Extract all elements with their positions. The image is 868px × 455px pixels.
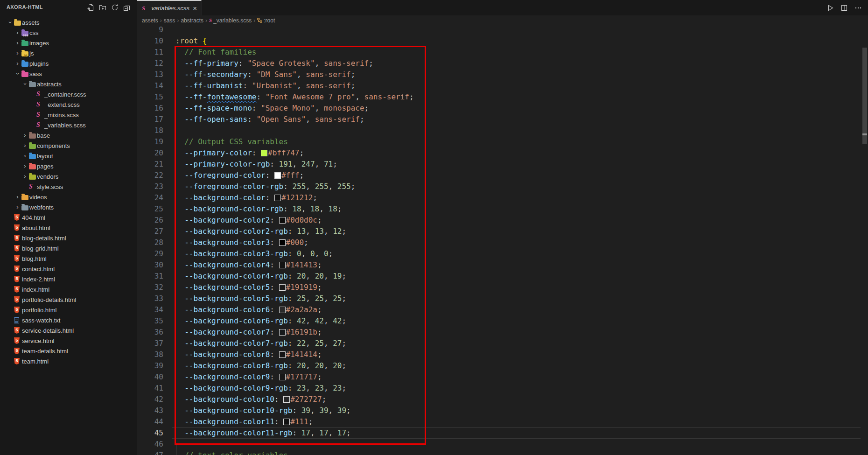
code-line-32[interactable]: 32 --background-color5: #191919; [137, 282, 868, 293]
chevron-right-icon[interactable]: › [21, 161, 29, 171]
tree-item--container-scss[interactable]: S_container.scss [0, 89, 137, 99]
chevron-right-icon[interactable]: › [14, 28, 21, 38]
code-line-18[interactable]: 18 [137, 125, 868, 136]
tree-item-components[interactable]: ›components [0, 140, 137, 151]
tree-item-css[interactable]: ›csscss [0, 28, 137, 38]
split-editor-icon[interactable] [839, 3, 849, 13]
chevron-right-icon[interactable]: › [14, 58, 21, 69]
chevron-right-icon[interactable]: › [21, 140, 29, 151]
line-number[interactable]: 34 [137, 304, 163, 315]
tree-item-about-html[interactable]: about.html [0, 223, 137, 233]
new-file-icon[interactable] [85, 2, 96, 13]
code-line-38[interactable]: 38 --background-color8: #141414; [137, 349, 868, 360]
tree-item-assets[interactable]: ›assets [0, 17, 137, 28]
code-line-11[interactable]: 11 // Font families [137, 47, 868, 58]
color-swatch[interactable] [279, 262, 286, 268]
tab-variables-scss[interactable]: S _variables.scss × [137, 0, 202, 15]
color-swatch[interactable] [279, 239, 286, 246]
code-line-21[interactable]: 21 --primary-color-rgb: 191, 247, 71; [137, 159, 868, 170]
line-number[interactable]: 13 [137, 69, 163, 80]
line-number[interactable]: 16 [137, 103, 163, 114]
code-line-26[interactable]: 26 --background-color2: #0d0d0c; [137, 215, 868, 226]
line-number[interactable]: 35 [137, 315, 163, 327]
tree-item-service-html[interactable]: service.html [0, 336, 137, 346]
code-line-19[interactable]: 19 // Output CSS variables [137, 136, 868, 147]
line-number[interactable]: 12 [137, 58, 163, 69]
line-number[interactable]: 30 [137, 259, 163, 271]
line-number[interactable]: 25 [137, 203, 163, 215]
line-number[interactable]: 39 [137, 360, 163, 371]
tree-item-abstracts[interactable]: ›abstracts [0, 79, 137, 89]
code-line-9[interactable]: 9 [137, 25, 868, 35]
tree-item-blog-html[interactable]: blog.html [0, 253, 137, 264]
breadcrumb-item-assets[interactable]: assets [142, 17, 158, 24]
code-line-44[interactable]: 44 --background-color11: #111; [137, 416, 868, 427]
chevron-right-icon[interactable]: › [21, 130, 29, 140]
line-number[interactable]: 42 [137, 394, 163, 405]
code-line-16[interactable]: 16 --ff-space-mono: "Space Mono", monosp… [137, 103, 868, 114]
code-line-46[interactable]: 46 [137, 439, 868, 450]
tree-item-index-2-html[interactable]: index-2.html [0, 274, 137, 284]
code-line-39[interactable]: 39 --background-color8-rgb: 20, 20, 20; [137, 360, 868, 371]
code-line-37[interactable]: 37 --background-color7-rgb: 22, 25, 27; [137, 338, 868, 349]
chevron-right-icon[interactable]: › [14, 38, 21, 48]
code-line-12[interactable]: 12 --ff-primary: "Space Grotesk", sans-s… [137, 58, 868, 69]
collapse-folders-icon[interactable] [122, 2, 132, 13]
code-line-45[interactable]: 45 --background-color11-rgb: 17, 17, 17; [137, 427, 868, 439]
tree-item-js[interactable]: ›JSjs [0, 48, 137, 58]
line-number[interactable]: 43 [137, 405, 163, 416]
breadcrumb-item-sass[interactable]: sass [164, 17, 175, 24]
tree-item-service-details-html[interactable]: service-details.html [0, 325, 137, 336]
code-line-41[interactable]: 41 --background-color9-rgb: 23, 23, 23; [137, 383, 868, 394]
line-number[interactable]: 36 [137, 327, 163, 338]
line-number[interactable]: 22 [137, 170, 163, 181]
line-number[interactable]: 18 [137, 125, 163, 136]
color-swatch[interactable] [279, 284, 286, 291]
chevron-right-icon[interactable]: › [14, 48, 21, 58]
chevron-right-icon[interactable]: › [21, 171, 29, 182]
line-number[interactable]: 20 [137, 147, 163, 159]
line-number[interactable]: 17 [137, 114, 163, 125]
code-line-27[interactable]: 27 --background-color2-rgb: 13, 13, 12; [137, 226, 868, 237]
line-number[interactable]: 44 [137, 416, 163, 427]
tree-item-vendors[interactable]: ›vendors [0, 171, 137, 182]
chevron-right-icon[interactable]: › [14, 202, 21, 212]
tree-item-layout[interactable]: ›layout [0, 151, 137, 161]
code-line-43[interactable]: 43 --background-color10-rgb: 39, 39, 39; [137, 405, 868, 416]
color-swatch[interactable] [279, 307, 286, 313]
tree-item--extend-scss[interactable]: S_extend.scss [0, 99, 137, 110]
code-line-42[interactable]: 42 --background-color10: #272727; [137, 394, 868, 405]
color-swatch[interactable] [279, 329, 286, 336]
code-line-40[interactable]: 40 --background-color9: #171717; [137, 371, 868, 383]
code-line-25[interactable]: 25 --background-color-rgb: 18, 18, 18; [137, 203, 868, 215]
line-number[interactable]: 29 [137, 248, 163, 259]
code-line-28[interactable]: 28 --background-color3: #000; [137, 237, 868, 248]
tree-item-sass[interactable]: ›sass [0, 69, 137, 79]
line-number[interactable]: 19 [137, 136, 163, 147]
chevron-right-icon[interactable]: › [21, 151, 29, 161]
line-number[interactable]: 28 [137, 237, 163, 248]
code-line-34[interactable]: 34 --background-color6: #2a2a2a; [137, 304, 868, 315]
code-line-36[interactable]: 36 --background-color7: #16191b; [137, 327, 868, 338]
run-icon[interactable] [825, 3, 835, 13]
refresh-explorer-icon[interactable] [110, 2, 120, 13]
chevron-right-icon[interactable]: › [14, 192, 21, 202]
line-number[interactable]: 21 [137, 159, 163, 170]
close-tab-icon[interactable]: × [192, 4, 197, 13]
code-line-15[interactable]: 15 --ff-fontawesome: "Font Awesome 7 pro… [137, 91, 868, 103]
new-folder-icon[interactable] [98, 2, 108, 13]
breadcrumb-item-abstracts[interactable]: abstracts [181, 17, 203, 24]
code-line-20[interactable]: 20 --primary-color: #bff747; [137, 147, 868, 159]
breadcrumb-item--root[interactable]: :root [257, 17, 275, 24]
code-line-13[interactable]: 13 --ff-secondary: "DM Sans", sans-serif… [137, 69, 868, 80]
line-number[interactable]: 24 [137, 192, 163, 203]
tree-item-plugins[interactable]: ›plugins [0, 58, 137, 69]
line-number[interactable]: 31 [137, 271, 163, 282]
line-number[interactable]: 37 [137, 338, 163, 349]
code-line-29[interactable]: 29 --background-color3-rgb: 0, 0, 0; [137, 248, 868, 259]
tree-item-sass-watch-txt[interactable]: sass-watch.txt [0, 315, 137, 325]
code-line-47[interactable]: 47 // text color variables [137, 450, 868, 455]
breadcrumb-item--variables-scss[interactable]: S_variables.scss [209, 17, 252, 24]
line-number[interactable]: 26 [137, 215, 163, 226]
tree-item-404-html[interactable]: 404.html [0, 212, 137, 223]
